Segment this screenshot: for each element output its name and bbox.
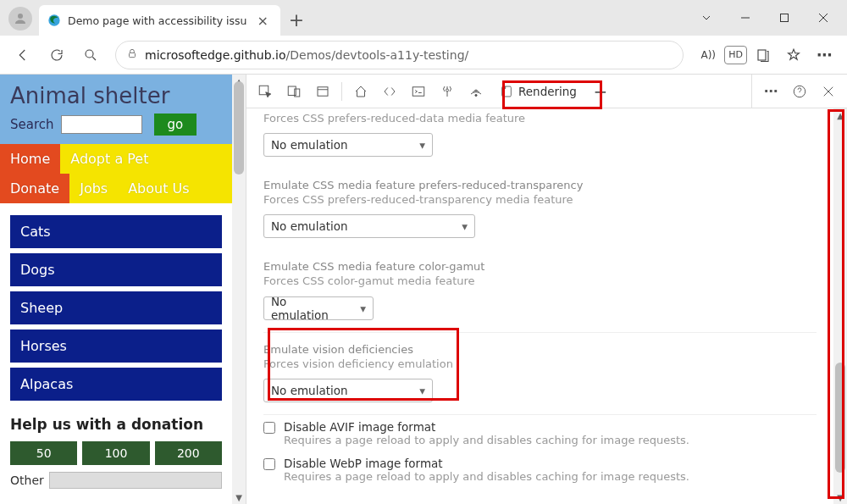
devtools-more-icon[interactable]: ⋯ — [757, 78, 784, 105]
other-amount-input[interactable] — [49, 472, 222, 489]
refresh-button[interactable] — [42, 41, 71, 69]
lock-icon — [126, 47, 138, 63]
checkbox-webp[interactable] — [263, 458, 275, 470]
go-button[interactable]: go — [154, 114, 197, 136]
donate-50[interactable]: 50 — [10, 441, 77, 465]
rendering-tab-label: Rendering — [518, 85, 577, 98]
menu-horses[interactable]: Horses — [10, 330, 222, 363]
edge-favicon — [47, 14, 61, 27]
scroll-thumb[interactable] — [234, 81, 244, 174]
scroll-down-icon[interactable]: ▼ — [833, 490, 847, 504]
nav-home[interactable]: Home — [0, 144, 60, 174]
dropdown-reduced-transparency[interactable]: No emulation▾ — [263, 214, 475, 238]
svg-point-0 — [18, 14, 23, 19]
inspect-icon[interactable] — [252, 78, 279, 105]
read-aloud-icon[interactable]: A)) — [694, 41, 722, 69]
nav-about[interactable]: About Us — [118, 174, 199, 203]
setting-vision-sub: Forces vision deficiency emulation — [263, 357, 817, 370]
setting-reduced-transparency: Emulate CSS media feature prefers-reduce… — [263, 169, 817, 250]
check-disable-avif: Disable AVIF image format Requires a pag… — [263, 415, 817, 451]
sources-tab-icon[interactable] — [434, 78, 461, 105]
welcome-tab-icon[interactable] — [309, 78, 336, 105]
favorite-icon[interactable] — [779, 41, 808, 69]
setting-gamut-sub: Forces CSS color-gamut media feature — [263, 274, 817, 287]
svg-point-12 — [475, 94, 477, 96]
webp-sub: Requires a page reload to apply and disa… — [284, 470, 689, 483]
setting-vision-title: Emulate vision deficiencies — [263, 343, 817, 356]
scroll-down-icon[interactable]: ▼ — [232, 490, 246, 504]
nav-jobs[interactable]: Jobs — [69, 174, 118, 203]
more-tabs-button[interactable]: + — [587, 78, 614, 105]
svg-rect-5 — [758, 50, 766, 60]
devtools-scrollbar[interactable]: ▲ ▼ — [833, 108, 847, 504]
console-tab-icon[interactable] — [405, 78, 432, 105]
collections-icon[interactable] — [749, 41, 778, 69]
avif-sub: Requires a page reload to apply and disa… — [284, 434, 689, 446]
menu-cats[interactable]: Cats — [10, 215, 222, 248]
svg-point-3 — [86, 50, 93, 58]
window-maximize-button[interactable] — [766, 5, 803, 30]
donate-200[interactable]: 200 — [155, 441, 222, 465]
search-icon[interactable] — [76, 41, 105, 69]
setting-reduced-data: Forces CSS prefers-reduced-data media fe… — [263, 112, 817, 169]
side-menu: Cats Dogs Sheep Horses Alpacas — [0, 203, 232, 413]
scroll-up-icon[interactable]: ▲ — [833, 108, 847, 122]
svg-rect-2 — [781, 14, 789, 22]
webpage-content: Animal shelter Search go Home Adopt a Pe… — [0, 75, 232, 504]
hd-badge-icon[interactable]: HD — [724, 46, 747, 64]
address-bar[interactable]: microsoftedge.github.io/Demos/devtools-a… — [115, 41, 684, 69]
window-close-button[interactable] — [805, 5, 842, 30]
nav-adopt[interactable]: Adopt a Pet — [60, 144, 158, 174]
setting-vision-deficiencies: Emulate vision deficiencies Forces visio… — [263, 333, 817, 415]
browser-tab[interactable]: Demo page with accessibility issu × — [39, 5, 280, 36]
devtools-tabstrip: Rendering + ⋯ — [246, 75, 847, 108]
profile-icon[interactable] — [8, 7, 32, 30]
menu-alpacas[interactable]: Alpacas — [10, 368, 222, 401]
network-tab-icon[interactable] — [462, 78, 490, 105]
devtools-close-icon[interactable] — [815, 78, 842, 105]
setting-color-gamut: Emulate CSS media feature color-gamut Fo… — [263, 250, 817, 333]
setting-trans-sub: Forces CSS prefers-reduced-transparency … — [263, 193, 817, 206]
window-minimize-button[interactable] — [727, 5, 764, 30]
page-title: Animal shelter — [10, 83, 222, 108]
svg-point-11 — [446, 89, 449, 91]
browser-titlebar: Demo page with accessibility issu × + — [0, 0, 847, 36]
scroll-thumb[interactable] — [835, 363, 845, 473]
dropdown-reduced-data[interactable]: No emulation▾ — [263, 133, 433, 157]
new-tab-button[interactable]: + — [280, 9, 314, 36]
rendering-panel-body: Forces CSS prefers-reduced-data media fe… — [246, 108, 833, 504]
device-toolbar-icon[interactable] — [280, 78, 307, 105]
main-nav: Home Adopt a Pet Donate Jobs About Us — [0, 144, 232, 203]
check-disable-webp: Disable WebP image format Requires a pag… — [263, 451, 817, 488]
dropdown-color-gamut[interactable]: No emulation▾ — [263, 296, 374, 320]
devtools-panel: Rendering + ⋯ Forces CSS prefers-reduced… — [246, 75, 847, 504]
webp-label: Disable WebP image format — [284, 457, 689, 470]
other-label: Other — [10, 474, 44, 487]
search-label: Search — [10, 117, 54, 132]
page-scrollbar[interactable]: ▲ ▼ — [232, 75, 246, 504]
dropdown-vision[interactable]: No emulation▾ — [263, 379, 433, 402]
setting-reduced-data-sub: Forces CSS prefers-reduced-data media fe… — [263, 112, 817, 125]
home-icon[interactable] — [347, 78, 374, 105]
checkbox-avif[interactable] — [263, 422, 275, 434]
browser-toolbar: microsoftedge.github.io/Demos/devtools-a… — [0, 36, 847, 75]
url-text: microsoftedge.github.io/Demos/devtools-a… — [145, 48, 468, 62]
more-menu-icon[interactable]: ⋯ — [810, 41, 839, 69]
help-icon[interactable] — [786, 78, 813, 105]
menu-dogs[interactable]: Dogs — [10, 253, 222, 286]
tab-title: Demo page with accessibility issu — [68, 14, 246, 27]
search-input[interactable] — [61, 115, 142, 134]
donate-heading: Help us with a donation — [10, 416, 222, 433]
rendering-tab[interactable]: Rendering — [491, 78, 585, 105]
back-button[interactable] — [8, 41, 37, 69]
donate-100[interactable]: 100 — [82, 441, 149, 465]
svg-rect-4 — [130, 53, 136, 57]
svg-rect-10 — [412, 86, 424, 96]
elements-tab-icon[interactable] — [376, 78, 403, 105]
tab-close-icon[interactable]: × — [253, 13, 271, 29]
setting-trans-title: Emulate CSS media feature prefers-reduce… — [263, 179, 817, 191]
avif-label: Disable AVIF image format — [284, 420, 689, 434]
nav-donate[interactable]: Donate — [0, 174, 69, 203]
menu-sheep[interactable]: Sheep — [10, 291, 222, 324]
chevron-down-icon[interactable] — [688, 5, 725, 30]
